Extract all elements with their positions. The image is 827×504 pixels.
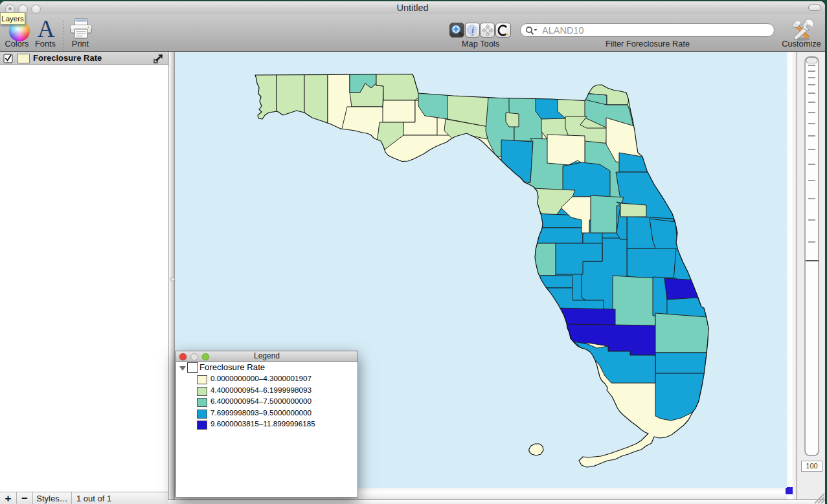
svg-text:i: i <box>471 25 474 35</box>
